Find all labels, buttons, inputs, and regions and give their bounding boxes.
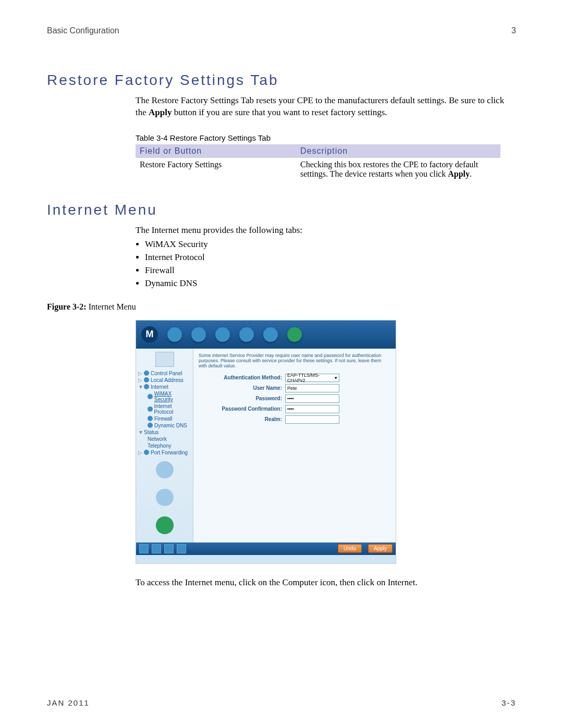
header-left: Basic Configuration xyxy=(47,26,119,35)
nav-icon-2[interactable] xyxy=(177,544,186,553)
username-label: User Name: xyxy=(199,385,285,391)
wifi-icon[interactable] xyxy=(287,327,302,342)
sidebar-item-network[interactable]: Network xyxy=(138,436,191,442)
screenshot-toolbar: M xyxy=(136,320,396,349)
internet-tabs-list: WiMAX Security Internet Protocol Firewal… xyxy=(136,239,516,290)
computer-icon[interactable] xyxy=(155,352,174,367)
main-panel: Some Internet Service Provider may requi… xyxy=(193,349,396,542)
realm-input[interactable] xyxy=(285,415,339,424)
password-label: Password: xyxy=(199,396,285,401)
cell-desc: Checking this box restores the CPE to fa… xyxy=(296,158,500,181)
tools-icon[interactable] xyxy=(156,489,174,506)
cell-field: Restore Factory Settings xyxy=(136,158,296,181)
sidebar-item-wimax-security[interactable]: WiMAX Security xyxy=(138,390,191,403)
th-desc: Description xyxy=(296,144,500,158)
help-note: Some Internet Service Provider may requi… xyxy=(199,353,390,368)
motorola-logo-icon: M xyxy=(141,326,158,343)
auth-label: Authentication Method: xyxy=(199,375,285,380)
list-item: Dynamic DNS xyxy=(145,278,516,290)
realm-label: Realm: xyxy=(199,416,285,422)
restore-table: Field or Button Description Restore Fact… xyxy=(136,144,500,181)
undo-button[interactable]: Undo xyxy=(338,544,362,553)
apply-button[interactable]: Apply xyxy=(368,544,393,553)
username-input[interactable]: Pete xyxy=(285,384,339,392)
password-input[interactable]: •••• xyxy=(285,394,339,403)
table-caption: Table 3-4 Restore Factory Settings Tab xyxy=(136,133,516,142)
bottom-bar: Undo Apply xyxy=(136,542,396,555)
close-icon[interactable] xyxy=(263,327,278,342)
sidebar-item-port-forwarding[interactable]: ▷Port Forwarding xyxy=(138,449,191,456)
internet-intro: The Internet menu provides the following… xyxy=(136,225,516,290)
after-figure-text: To access the Internet menu, click on th… xyxy=(136,577,516,588)
globe-icon[interactable] xyxy=(167,327,182,342)
list-item: Internet Protocol xyxy=(145,252,516,264)
password-confirm-label: Password Confirmation: xyxy=(199,406,285,412)
internet-title: Internet Menu xyxy=(47,202,516,218)
sidebar-item-dynamic-dns[interactable]: Dynamic DNS xyxy=(138,422,191,429)
sidebar-item-status[interactable]: ▼Status xyxy=(138,429,191,436)
footer-page: 3-3 xyxy=(501,698,516,707)
internet-menu-screenshot: M ▷Control Panel ▷Local Address ▼Interne… xyxy=(136,320,396,564)
nav-icon[interactable] xyxy=(139,544,149,553)
header-right: 3 xyxy=(511,26,516,35)
table-row: Restore Factory Settings Checking this b… xyxy=(136,158,500,181)
signal-icon[interactable] xyxy=(191,327,206,342)
figure-caption: Figure 3-2: Internet Menu xyxy=(47,302,516,312)
restore-title: Restore Factory Settings Tab xyxy=(47,72,516,89)
page-header: Basic Configuration 3 xyxy=(47,26,516,35)
monitor-icon[interactable] xyxy=(239,327,254,342)
phone-icon[interactable] xyxy=(156,461,174,478)
footer-date: JAN 2011 xyxy=(47,698,90,707)
sidebar-item-control-panel[interactable]: ▷Control Panel xyxy=(138,370,191,377)
sidebar-item-local-address[interactable]: ▷Local Address xyxy=(138,377,191,384)
sidebar-item-telephony[interactable]: Telephony xyxy=(138,442,191,449)
sidebar-item-internet-protocol[interactable]: Internet Protocol xyxy=(138,403,191,415)
password-confirm-input[interactable]: •••• xyxy=(285,405,339,413)
sidebar: ▷Control Panel ▷Local Address ▼Internet … xyxy=(136,349,193,542)
restore-para: The Restore Factory Settings Tab resets … xyxy=(136,95,516,119)
wifi-side-icon[interactable] xyxy=(156,516,174,534)
sidebar-item-internet[interactable]: ▼Internet xyxy=(138,384,191,390)
nav-back-icon[interactable] xyxy=(152,544,161,553)
list-item: WiMAX Security xyxy=(145,239,516,251)
auth-method-select[interactable]: EAP-TTLS/MS-CHAPv2 ▾ xyxy=(285,374,339,382)
antenna-icon[interactable] xyxy=(215,327,230,342)
page-footer: JAN 2011 3-3 xyxy=(47,698,516,707)
th-field: Field or Button xyxy=(136,144,296,158)
list-item: Firewall xyxy=(145,265,516,277)
sidebar-item-firewall[interactable]: Firewall xyxy=(138,415,191,422)
refresh-icon[interactable] xyxy=(164,544,174,553)
